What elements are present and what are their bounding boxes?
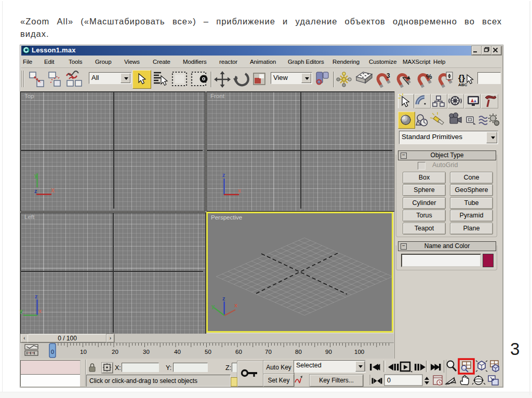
svg-text:0: 0: [387, 377, 391, 384]
